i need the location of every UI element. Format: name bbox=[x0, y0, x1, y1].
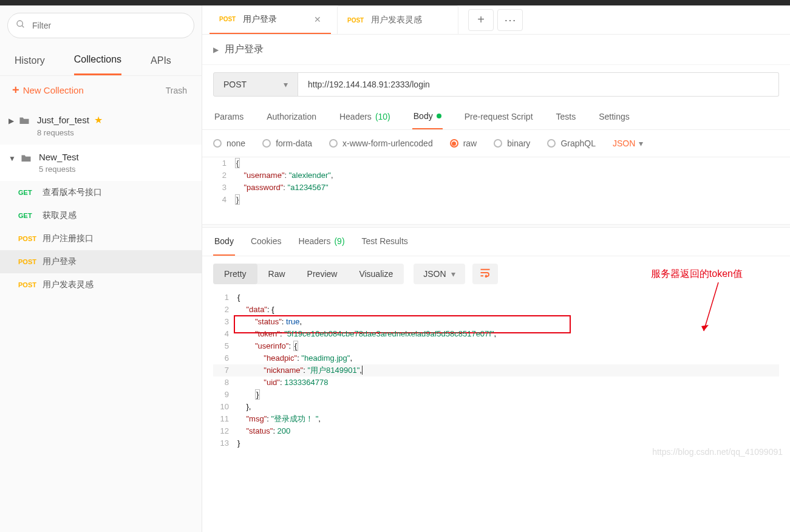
collection-item[interactable]: ▶ Just_for_test ★ 8 requests bbox=[0, 107, 202, 145]
method-badge: GET bbox=[18, 189, 43, 196]
wrap-lines-button[interactable] bbox=[472, 264, 498, 284]
tab-collections[interactable]: Collections bbox=[74, 46, 121, 75]
new-collection-label: New Collection bbox=[23, 85, 84, 95]
resp-msg: "登录成功！ " bbox=[271, 414, 318, 423]
plus-icon: + bbox=[12, 83, 19, 97]
close-icon[interactable]: ✕ bbox=[314, 15, 321, 24]
view-preview[interactable]: Preview bbox=[296, 264, 349, 284]
response-tab-cookies[interactable]: Cookies bbox=[250, 228, 283, 256]
url-input[interactable] bbox=[298, 72, 779, 97]
body-type-graphql[interactable]: GraphQL bbox=[547, 138, 596, 148]
body-type-none[interactable]: none bbox=[213, 138, 245, 148]
resp-token: "5f19ce16eb084cbe78dae3arednelxelad9af5d… bbox=[284, 329, 494, 338]
tab-prerequest[interactable]: Pre-request Script bbox=[463, 104, 534, 129]
chevron-down-icon: ▾ bbox=[284, 80, 288, 89]
tab-body[interactable]: Body bbox=[412, 104, 443, 129]
method-select[interactable]: POST ▾ bbox=[213, 72, 298, 97]
filter-input[interactable] bbox=[7, 13, 194, 38]
response-tab-body[interactable]: Body bbox=[213, 228, 235, 256]
star-icon: ★ bbox=[94, 114, 103, 126]
view-raw[interactable]: Raw bbox=[257, 264, 296, 284]
method-badge: POST bbox=[18, 258, 43, 265]
tab-more-button[interactable]: ⋯ bbox=[497, 9, 523, 31]
request-item[interactable]: GET获取灵感 bbox=[0, 204, 202, 227]
collection-subtitle: 5 requests bbox=[39, 165, 193, 174]
method-badge: GET bbox=[18, 212, 43, 219]
body-username: "alexlender" bbox=[289, 171, 331, 180]
tab-headers[interactable]: Headers(10) bbox=[338, 104, 392, 129]
body-type-xwww[interactable]: x-www-form-urlencoded bbox=[329, 138, 433, 148]
chevron-down-icon: ▾ bbox=[639, 138, 643, 148]
collection-subtitle: 8 requests bbox=[37, 128, 193, 137]
resp-nickname: "用户8149901" bbox=[307, 366, 359, 375]
new-collection-button[interactable]: + New Collection bbox=[12, 83, 84, 97]
sidebar: History Collections APIs + New Collectio… bbox=[0, 5, 202, 532]
response-tab-headers[interactable]: Headers(9) bbox=[298, 228, 346, 256]
request-list: GET查看版本号接口 GET获取灵感 POST用户注册接口 POST用户登录 P… bbox=[0, 181, 202, 296]
tab-history[interactable]: History bbox=[15, 47, 45, 75]
collection-name: Just_for_test bbox=[37, 115, 89, 125]
main-panel: POST 用户登录 ✕ POST 用户发表灵感 + ⋯ ▶ 用户登录 POST … bbox=[202, 5, 790, 532]
trash-link[interactable]: Trash bbox=[166, 86, 187, 95]
folder-icon bbox=[19, 115, 30, 128]
request-item[interactable]: POST用户登录 bbox=[0, 250, 202, 273]
top-bar bbox=[0, 0, 790, 5]
tab-authorization[interactable]: Authorization bbox=[265, 104, 318, 129]
collection-item[interactable]: ▼ New_Test 5 requests bbox=[0, 145, 202, 181]
tab-params[interactable]: Params bbox=[213, 104, 245, 129]
response-format-select[interactable]: JSON▾ bbox=[414, 264, 465, 284]
request-name: 获取灵感 bbox=[43, 210, 77, 221]
view-pretty[interactable]: Pretty bbox=[213, 264, 257, 284]
triangle-right-icon: ▶ bbox=[213, 46, 219, 54]
resp-headpic: "headimg.jpg" bbox=[301, 353, 350, 363]
body-password: "a1234567" bbox=[288, 183, 329, 192]
body-type-formdata[interactable]: form-data bbox=[262, 138, 312, 148]
watermark: https://blog.csdn.net/qq_41099091 bbox=[652, 446, 783, 458]
method-value: POST bbox=[223, 80, 247, 89]
svg-point-0 bbox=[17, 21, 22, 26]
response-body-editor[interactable]: 1{ 2 "data": { 3 "status": true, 4 "toke… bbox=[202, 292, 790, 462]
method-badge: POST bbox=[18, 281, 43, 288]
tab-title: 用户发表灵感 bbox=[371, 15, 422, 26]
breadcrumb[interactable]: ▶ 用户登录 bbox=[202, 35, 790, 65]
search-icon bbox=[16, 19, 26, 32]
caret-down-icon: ▼ bbox=[9, 154, 16, 163]
annotation-label: 服务器返回的token值 bbox=[651, 268, 743, 281]
request-name: 用户登录 bbox=[43, 256, 77, 267]
method-badge: POST bbox=[18, 235, 43, 242]
method-badge: POST bbox=[347, 17, 364, 24]
raw-type-select[interactable]: JSON▾ bbox=[613, 138, 643, 148]
add-tab-button[interactable]: + bbox=[468, 9, 494, 31]
svg-line-1 bbox=[22, 26, 24, 27]
body-type-binary[interactable]: binary bbox=[494, 138, 530, 148]
request-name: 用户注册接口 bbox=[43, 233, 94, 244]
method-badge: POST bbox=[219, 16, 236, 22]
breadcrumb-title: 用户登录 bbox=[225, 43, 264, 56]
request-body-editor[interactable]: 1{ 2 "username": "alexlender", 3 "passwo… bbox=[202, 157, 790, 224]
chevron-down-icon: ▾ bbox=[451, 269, 455, 279]
modified-dot-icon bbox=[437, 114, 441, 118]
request-item[interactable]: GET查看版本号接口 bbox=[0, 181, 202, 204]
request-tab[interactable]: POST 用户登录 ✕ bbox=[209, 5, 331, 34]
request-name: 用户发表灵感 bbox=[43, 279, 94, 290]
collection-name: New_Test bbox=[39, 152, 79, 162]
request-tab[interactable]: POST 用户发表灵感 bbox=[337, 5, 458, 34]
caret-right-icon: ▶ bbox=[9, 117, 14, 125]
response-tab-testresults[interactable]: Test Results bbox=[361, 228, 409, 256]
folder-icon bbox=[21, 153, 32, 165]
view-visualize[interactable]: Visualize bbox=[348, 264, 404, 284]
body-type-raw[interactable]: raw bbox=[450, 138, 477, 148]
resp-uid: 1333364778 bbox=[284, 378, 328, 387]
tab-settings[interactable]: Settings bbox=[598, 104, 631, 129]
view-mode-group: Pretty Raw Preview Visualize bbox=[213, 264, 404, 284]
resp-status: 200 bbox=[278, 426, 291, 435]
request-item[interactable]: POST用户发表灵感 bbox=[0, 273, 202, 296]
tab-tests[interactable]: Tests bbox=[555, 104, 577, 129]
tab-apis[interactable]: APIs bbox=[151, 47, 171, 75]
request-item[interactable]: POST用户注册接口 bbox=[0, 227, 202, 250]
tab-title: 用户登录 bbox=[243, 14, 277, 25]
resp-data-status: true bbox=[286, 317, 299, 326]
request-name: 查看版本号接口 bbox=[43, 187, 102, 198]
tab-bar: POST 用户登录 ✕ POST 用户发表灵感 + ⋯ bbox=[202, 5, 790, 35]
